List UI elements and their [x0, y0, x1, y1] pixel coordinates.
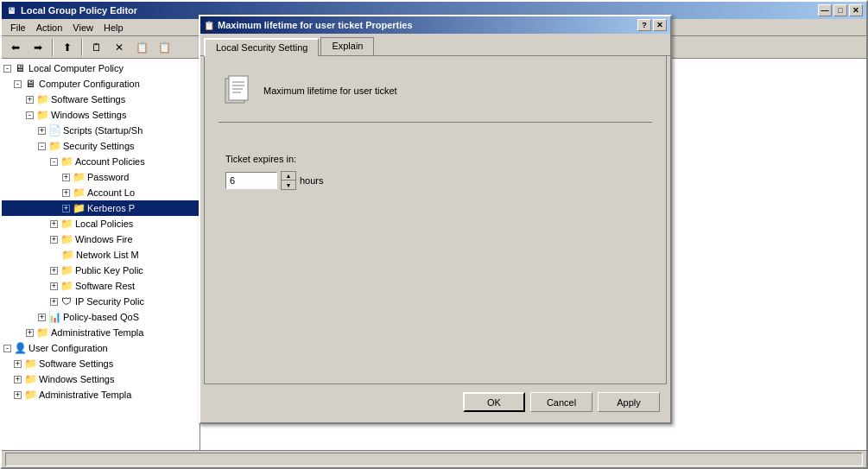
- tree-item-scripts[interactable]: + 📄 Scripts (Startup/Sh: [2, 123, 200, 138]
- shield-ip-icon: 🛡: [60, 295, 73, 308]
- tree-label-ip-security: IP Security Polic: [75, 296, 144, 307]
- tree-item-qos[interactable]: + 📊 Policy-based QoS: [2, 309, 200, 325]
- expand-ip-security[interactable]: +: [50, 298, 58, 306]
- tree-item-windows-settings[interactable]: - 📁 Windows Settings: [2, 107, 200, 123]
- expand-windows-user[interactable]: +: [14, 376, 22, 383]
- computer-config-icon: 🖥: [23, 77, 37, 91]
- tree-label-software-restriction: Software Rest: [75, 281, 135, 291]
- tree-item-computer-config[interactable]: - 🖥 Computer Configuration: [2, 76, 200, 92]
- menu-help[interactable]: Help: [98, 21, 129, 35]
- status-panel: [5, 453, 863, 466]
- show-hide-button[interactable]: 🗒: [86, 38, 107, 57]
- tree-item-public-key[interactable]: + 📁 Public Key Polic: [2, 263, 200, 278]
- delete-button[interactable]: ✕: [109, 38, 130, 57]
- expand-user-config[interactable]: -: [3, 345, 11, 352]
- tree-item-ip-security[interactable]: + 🛡 IP Security Polic: [2, 294, 200, 309]
- cancel-button[interactable]: Cancel: [530, 392, 592, 412]
- tab-explain[interactable]: Explain: [320, 37, 374, 55]
- dialog-help-button[interactable]: ?: [637, 19, 651, 31]
- tree-item-admin-templates-comp[interactable]: + 📁 Administrative Templa: [2, 325, 200, 340]
- help-toolbar-button[interactable]: 📋: [154, 38, 174, 57]
- tree-item-local-computer-policy[interactable]: - 🖥 Local Computer Policy: [2, 60, 200, 76]
- ticket-expires-label: Ticket expires in:: [225, 154, 645, 164]
- folder-public-key-icon: 📁: [60, 263, 73, 277]
- expand-qos[interactable]: +: [38, 314, 46, 321]
- expand-account-policies[interactable]: -: [50, 158, 58, 166]
- expand-computer-config[interactable]: -: [14, 80, 22, 88]
- expand-password[interactable]: +: [62, 174, 70, 181]
- properties-button[interactable]: 📋: [131, 38, 152, 57]
- tab-local-security-setting[interactable]: Local Security Setting: [204, 38, 319, 56]
- expand-scripts[interactable]: +: [38, 127, 46, 135]
- expand-security-settings[interactable]: -: [38, 143, 46, 150]
- folder-windows-user-icon: 📁: [23, 372, 37, 386]
- tree-item-software-settings-comp[interactable]: + 📁 Software Settings: [2, 92, 200, 107]
- maximize-button[interactable]: □: [833, 4, 847, 16]
- tree-label-security-settings: Security Settings: [63, 141, 135, 151]
- tree-label-windows-firewall: Windows Fire: [75, 234, 133, 244]
- ticket-section: Ticket expires in: ▲ ▼ hours: [219, 140, 652, 204]
- menu-view[interactable]: View: [67, 21, 98, 35]
- minimize-button[interactable]: —: [818, 4, 832, 16]
- menu-action[interactable]: Action: [31, 21, 68, 35]
- expand-software-restriction[interactable]: +: [50, 282, 58, 290]
- tree-item-user-config[interactable]: - 👤 User Configuration: [2, 340, 200, 356]
- dialog-properties: 📋 Maximum lifetime for user ticket Prope…: [199, 15, 672, 424]
- expand-local-policy[interactable]: -: [3, 65, 11, 73]
- expand-windows-firewall[interactable]: +: [50, 236, 58, 244]
- tree-item-windows-settings-user[interactable]: + 📁 Windows Settings: [2, 371, 200, 387]
- expand-admin-comp[interactable]: +: [26, 329, 34, 337]
- main-window-title: Local Group Policy Editor: [21, 5, 137, 16]
- ticket-value-input[interactable]: [225, 172, 277, 189]
- tree-item-account-lockout[interactable]: + 📁 Account Lo: [2, 185, 200, 200]
- forward-button[interactable]: ➡: [28, 38, 48, 57]
- tree-label-network-list: Network List M: [76, 250, 139, 260]
- expand-admin-user[interactable]: +: [14, 391, 22, 399]
- folder-software-rest-icon: 📁: [60, 279, 73, 293]
- tree-label-local-policy: Local Computer Policy: [29, 63, 124, 73]
- tree-label-windows-settings: Windows Settings: [51, 110, 126, 120]
- spinner-down-button[interactable]: ▼: [282, 181, 295, 189]
- expand-kerberos[interactable]: +: [62, 205, 70, 212]
- tree-label-admin-templates-comp: Administrative Templa: [51, 327, 143, 338]
- main-window: 🖥 Local Group Policy Editor — □ ✕ File A…: [0, 0, 868, 469]
- policy-title: Maximum lifetime for user ticket: [263, 86, 397, 96]
- tab-explain-label: Explain: [332, 41, 363, 51]
- scripts-icon: 📄: [48, 124, 61, 137]
- expand-local-policies[interactable]: +: [50, 220, 58, 228]
- tree-item-software-restriction[interactable]: + 📁 Software Rest: [2, 278, 200, 294]
- title-bar-buttons: — □ ✕: [818, 4, 863, 16]
- folder-password-icon: 📁: [72, 170, 86, 184]
- tree-item-network-list[interactable]: 📁 Network List M: [2, 247, 200, 263]
- back-button[interactable]: ⬅: [5, 38, 26, 57]
- spinner-up-button[interactable]: ▲: [282, 172, 295, 181]
- expand-software-comp[interactable]: +: [26, 96, 34, 104]
- tab-local-label: Local Security Setting: [216, 42, 307, 53]
- tree-label-software-comp: Software Settings: [51, 94, 125, 105]
- up-button[interactable]: ⬆: [57, 38, 78, 57]
- dialog-content: Maximum lifetime for user ticket Ticket …: [204, 56, 667, 384]
- toolbar-separator-2: [81, 39, 83, 56]
- expand-public-key[interactable]: +: [50, 267, 58, 275]
- tree-item-password[interactable]: + 📁 Password: [2, 169, 200, 185]
- menu-file[interactable]: File: [5, 21, 31, 35]
- tree-item-admin-templates-user[interactable]: + 📁 Administrative Templa: [2, 387, 200, 402]
- tree-item-windows-firewall[interactable]: + 📁 Windows Fire: [2, 231, 200, 247]
- tree-pane[interactable]: - 🖥 Local Computer Policy - 🖥 Computer C…: [2, 59, 200, 453]
- chart-qos-icon: 📊: [48, 310, 61, 324]
- tree-item-account-policies[interactable]: - 📁 Account Policies: [2, 154, 200, 169]
- dialog-close-button[interactable]: ✕: [653, 19, 667, 31]
- tree-item-security-settings[interactable]: - 📁 Security Settings: [2, 138, 200, 154]
- ok-button[interactable]: OK: [463, 392, 525, 412]
- apply-button[interactable]: Apply: [598, 392, 660, 412]
- tree-item-software-settings-user[interactable]: + 📁 Software Settings: [2, 356, 200, 371]
- tree-label-admin-user: Administrative Templa: [39, 390, 131, 400]
- expand-software-user[interactable]: +: [14, 360, 22, 368]
- folder-firewall-icon: 📁: [60, 232, 73, 246]
- expand-account-lockout[interactable]: +: [62, 189, 70, 197]
- policy-header: Maximum lifetime for user ticket: [219, 67, 652, 123]
- close-button[interactable]: ✕: [849, 4, 863, 16]
- tree-item-local-policies[interactable]: + 📁 Local Policies: [2, 216, 200, 231]
- expand-windows-settings[interactable]: -: [26, 111, 34, 119]
- tree-item-kerberos[interactable]: + 📁 Kerberos P: [2, 200, 200, 216]
